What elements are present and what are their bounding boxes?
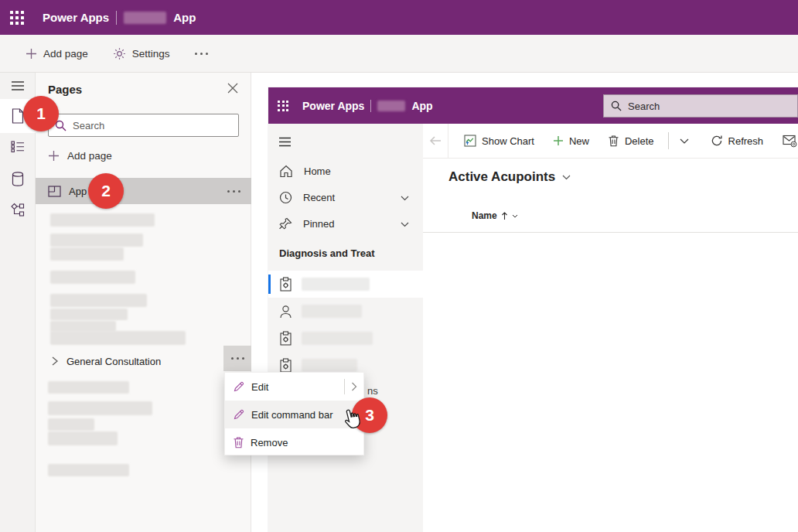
waffle-icon[interactable]	[10, 11, 24, 25]
app-name-suffix: App	[173, 11, 196, 24]
new-button[interactable]: New	[553, 135, 589, 147]
redacted-text	[302, 332, 373, 345]
nav-entity-selected[interactable]	[268, 271, 423, 298]
chevron-right-icon	[51, 356, 59, 366]
plus-icon	[26, 48, 37, 60]
clipboard-gear-icon	[279, 331, 292, 346]
refresh-icon	[711, 135, 723, 147]
outer-toolbar: Add page Settings	[0, 35, 798, 73]
app-root: Power Apps App Add page Settings	[0, 0, 798, 532]
redacted-text	[302, 359, 357, 372]
sitemap-toggle-icon[interactable]	[278, 136, 292, 150]
page-item-redacted[interactable]	[48, 401, 152, 415]
group-more-button[interactable]	[223, 346, 251, 371]
nav-item-pinned[interactable]: Pinned	[268, 210, 423, 237]
pages-search[interactable]	[48, 114, 239, 137]
nav-entity[interactable]	[268, 325, 423, 352]
page-item-redacted[interactable]	[50, 309, 128, 320]
title-divider	[370, 100, 371, 112]
clock-icon	[279, 191, 292, 204]
show-chart-button[interactable]: Show Chart	[464, 135, 534, 147]
command-divider	[668, 132, 669, 149]
inner-app-title: Power Apps App	[302, 100, 433, 112]
submenu-divider	[344, 379, 345, 394]
plus-icon	[553, 135, 564, 146]
add-page-button[interactable]: Add page	[26, 48, 88, 60]
page-item-redacted[interactable]	[48, 418, 94, 431]
close-icon[interactable]	[227, 83, 238, 97]
refresh-button[interactable]: Refresh	[711, 135, 764, 147]
data-icon[interactable]	[12, 172, 24, 189]
title-divider	[116, 11, 117, 25]
more-commands-icon[interactable]	[195, 53, 208, 55]
app-grid-icon	[48, 186, 61, 197]
pencil-icon	[233, 408, 245, 421]
delete-split-chevron-icon[interactable]	[680, 134, 689, 148]
chevron-down-icon[interactable]	[401, 192, 409, 203]
pages-search-input[interactable]	[73, 120, 232, 131]
clipboard-gear-icon	[279, 277, 292, 292]
email-link-icon[interactable]	[783, 134, 797, 151]
selected-indicator	[268, 275, 271, 294]
back-button[interactable]	[423, 124, 448, 159]
page-item-redacted[interactable]	[50, 213, 155, 227]
page-item-redacted[interactable]	[50, 321, 116, 332]
inner-site-map: Home Recent Pinned Diagnosis and Treat	[268, 124, 423, 532]
page-item-label: App	[69, 186, 87, 197]
view-selector[interactable]: Active Acupoints	[448, 169, 571, 185]
trash-icon	[233, 436, 244, 448]
command-bar: Show Chart New Delete Refresh	[423, 124, 798, 159]
page-item-redacted[interactable]	[48, 381, 129, 394]
plus-icon	[48, 150, 60, 162]
tree-view-icon[interactable]	[11, 141, 25, 156]
product-name: Power Apps	[43, 11, 109, 24]
item-more-icon[interactable]	[227, 190, 240, 193]
settings-button[interactable]: Settings	[113, 47, 170, 60]
page-item-redacted[interactable]	[50, 331, 186, 345]
left-rail	[0, 73, 36, 532]
page-item-app[interactable]: App	[36, 178, 251, 204]
menu-icon[interactable]	[11, 80, 25, 94]
page-item-redacted[interactable]	[48, 431, 118, 445]
inner-search[interactable]	[603, 94, 798, 118]
trash-icon	[608, 135, 619, 147]
redacted-text	[302, 305, 362, 318]
page-group-general-consultation[interactable]: General Consultation	[36, 348, 251, 374]
redacted-text	[302, 278, 370, 291]
search-icon	[611, 101, 622, 111]
advanced-tools-icon[interactable]	[10, 203, 25, 220]
hand-cursor-icon	[343, 408, 363, 434]
redacted-app-name	[124, 12, 166, 24]
pages-panel: Pages Add page App General Consultation	[36, 73, 251, 532]
outer-header: Power Apps App	[0, 0, 798, 35]
chart-icon	[464, 135, 476, 147]
nav-entity[interactable]	[268, 298, 423, 325]
panel-add-page-button[interactable]: Add page	[48, 150, 112, 162]
pages-icon[interactable]	[11, 108, 24, 127]
waffle-icon[interactable]	[278, 101, 288, 111]
redacted-app-name	[377, 101, 405, 111]
callout-step-1: 1	[23, 96, 59, 131]
page-item-redacted[interactable]	[50, 294, 147, 307]
inner-main: Show Chart New Delete Refresh	[423, 124, 798, 532]
chevron-down-icon	[512, 214, 518, 218]
grid-header-divider	[423, 232, 798, 233]
page-item-redacted[interactable]	[50, 271, 135, 284]
menu-item-edit[interactable]: Edit	[225, 373, 363, 401]
nav-partial-label: ns	[367, 385, 378, 397]
nav-section-label: Diagnosis and Treat	[279, 247, 375, 259]
column-header-name[interactable]: Name	[472, 210, 518, 221]
outer-app-title: Power Apps App	[43, 11, 196, 25]
nav-item-recent[interactable]: Recent	[268, 184, 423, 210]
home-icon	[279, 165, 293, 178]
app-preview: Power Apps App Home Recent	[268, 87, 798, 532]
more-icon	[231, 357, 244, 360]
page-item-redacted[interactable]	[50, 234, 143, 247]
page-item-redacted[interactable]	[50, 247, 124, 261]
chevron-down-icon[interactable]	[401, 218, 409, 230]
delete-button[interactable]: Delete	[608, 135, 654, 147]
chevron-right-icon[interactable]	[351, 382, 357, 391]
inner-search-input[interactable]	[628, 101, 790, 112]
page-item-redacted[interactable]	[48, 464, 129, 476]
nav-item-home[interactable]: Home	[268, 158, 423, 184]
